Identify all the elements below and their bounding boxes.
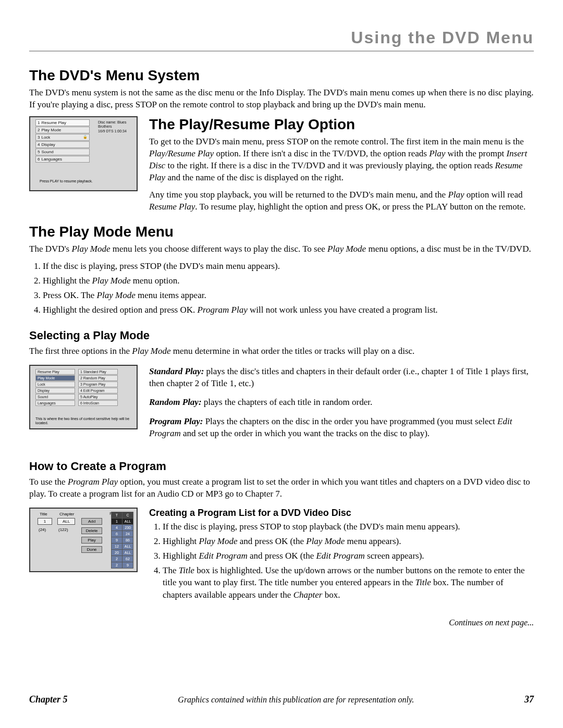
chapter-box: ALL [57, 518, 75, 525]
screenshot-play-mode: Resume Play Play Mode Lock Display Sound… [29, 365, 138, 429]
main-menu-list: 1Resume Play 2Play Mode 3Lock🔒 4Display … [35, 119, 90, 163]
pm-introscan: 6 IntroScan [78, 400, 118, 406]
para-create-program: To use the Program Play option, you must… [29, 476, 534, 500]
title-total: (24) [39, 527, 46, 532]
menu-sound: 5Sound [35, 149, 90, 155]
para-play-resume-1: To get to the DVD's main menu, press STO… [149, 136, 534, 184]
play-resume-text: The Play/Resume Play Option To get to th… [149, 116, 534, 218]
menu-resume-play: 1Resume Play [35, 119, 90, 126]
chapter-total: (122) [58, 527, 68, 532]
heading-create-program: How to Create a Program [29, 460, 534, 473]
footer-page-number: 37 [524, 694, 534, 705]
lock-icon: 🔒 [83, 135, 88, 139]
header-rule [29, 51, 534, 52]
playmode-help-caption: This is where the two lines of context s… [35, 417, 131, 425]
program-list-table: TC 1ALL 4230 624 986 12ALL 20ALL 262 29 [111, 512, 133, 569]
disc-name-label: Disc name: Blues Brothers 16/9 DTS 1:00:… [98, 120, 137, 133]
row-play-resume: 1Resume Play 2Play Mode 3Lock🔒 4Display … [29, 116, 534, 218]
screenshot-main-menu: 1Resume Play 2Play Mode 3Lock🔒 4Display … [29, 116, 138, 191]
pm-lock: Lock [35, 381, 75, 387]
screenshot-edit-program: Title Chapter Program List 1 ALL (24) (1… [29, 508, 138, 572]
heading-menu-system: The DVD's Menu System [29, 67, 534, 84]
pm-standard: 1 Standard Play [78, 369, 118, 375]
step-1: If the disc is playing, press STOP (the … [43, 260, 534, 273]
continues-label: Continues on next page... [29, 618, 534, 627]
def-program: Program Play: Plays the chapters on the … [149, 416, 534, 440]
delete-button: Delete [81, 527, 102, 534]
menu-play-mode: 2Play Mode [35, 127, 90, 133]
menu-display: 4Display [35, 141, 90, 148]
pm-autoplay: 5 AutoPlay [78, 394, 118, 400]
chapter-title: Using the DVD Menu [29, 28, 534, 47]
def-standard: Standard Play: plays the disc's titles a… [149, 366, 534, 390]
pm-resume: Resume Play [35, 369, 75, 375]
add-button: Add [81, 518, 102, 525]
title-box: 1 [38, 518, 52, 525]
pstep-2: Highlight Play Mode and press OK (the Pl… [163, 535, 534, 548]
done-button: Done [81, 546, 102, 553]
menu-lock: 3Lock🔒 [35, 134, 90, 141]
pstep-1: If the disc is playing, press STOP to st… [163, 521, 534, 533]
pm-playmode: Play Mode [35, 375, 75, 381]
label-chapter: Chapter [59, 512, 74, 516]
pm-edit: 4 Edit Program [78, 388, 118, 393]
pm-display: Display [35, 388, 75, 393]
step-3: Press OK. The Play Mode menu items appea… [43, 289, 534, 302]
footer-note: Graphics contained within this publicati… [68, 695, 524, 705]
figure-main-menu: 1Resume Play 2Play Mode 3Lock🔒 4Display … [29, 116, 138, 218]
pm-random: 2 Random Play [78, 375, 118, 381]
play-mode-steps: If the disc is playing, press STOP (the … [29, 260, 534, 316]
heading-program-list: Creating a Program List for a DVD Video … [149, 508, 534, 519]
playmode-left-col: Resume Play Play Mode Lock Display Sound… [35, 369, 75, 406]
manual-page: Using the DVD Menu The DVD's Menu System… [0, 0, 563, 728]
pm-program: 3 Program Play [78, 381, 118, 387]
heading-selecting-mode: Selecting a Play Mode [29, 329, 534, 342]
figure-edit-program: Title Chapter Program List 1 ALL (24) (1… [29, 505, 138, 609]
step-2: Highlight the Play Mode menu option. [43, 275, 534, 287]
para-menu-system: The DVD's menu system is not the same as… [29, 87, 534, 111]
resume-prompt: Press PLAY to resume playback. [40, 179, 93, 183]
pm-lang: Languages [35, 400, 75, 406]
play-button: Play [81, 537, 102, 544]
create-program-text: Creating a Program List for a DVD Video … [149, 505, 534, 609]
def-random: Random Play: plays the chapters of each … [149, 397, 534, 409]
label-title: Title [40, 512, 47, 516]
para-play-mode: The DVD's Play Mode menu lets you choose… [29, 243, 534, 255]
para-play-resume-2: Any time you stop playback, you will be … [149, 189, 534, 213]
playmode-right-col: 1 Standard Play 2 Random Play 3 Program … [78, 369, 118, 406]
pm-sound: Sound [35, 394, 75, 400]
row-selecting: Resume Play Play Mode Lock Display Sound… [29, 363, 534, 448]
page-footer: Chapter 5 Graphics contained within this… [29, 694, 534, 705]
pstep-3: Highlight Edit Program and press OK (the… [163, 550, 534, 562]
row-create-program: Title Chapter Program List 1 ALL (24) (1… [29, 505, 534, 609]
menu-languages: 6Languages [35, 156, 90, 163]
play-mode-definitions: Standard Play: plays the disc's titles a… [149, 363, 534, 448]
heading-play-resume: The Play/Resume Play Option [149, 116, 534, 133]
heading-play-mode: The Play Mode Menu [29, 224, 534, 240]
footer-chapter: Chapter 5 [29, 694, 68, 705]
figure-play-mode-menu: Resume Play Play Mode Lock Display Sound… [29, 363, 138, 448]
program-steps: If the disc is playing, press STOP to st… [149, 521, 534, 601]
pstep-4: The Title box is highlighted. Use the up… [163, 564, 534, 601]
step-4: Highlight the desired option and press O… [43, 304, 534, 316]
para-selecting-mode: The first three options in the Play Mode… [29, 346, 534, 357]
